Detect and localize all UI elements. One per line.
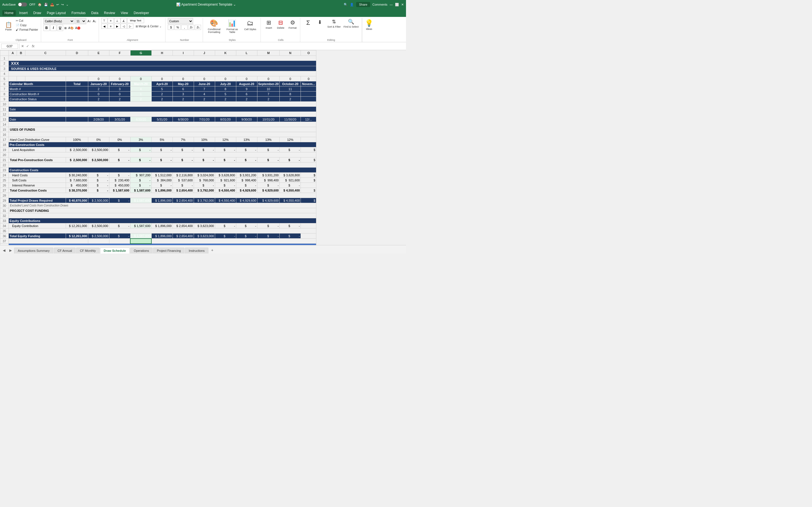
tab-cf-annual[interactable]: CF Annual <box>54 247 75 253</box>
search-icon[interactable]: 🔍 <box>344 3 348 6</box>
ideas-button[interactable]: 💡 Ideas <box>362 18 375 42</box>
col-header-K[interactable]: K <box>215 50 236 56</box>
autosave-toggle[interactable] <box>18 3 27 6</box>
tab-project-financing[interactable]: Project Financing <box>153 247 185 253</box>
col-header-O[interactable]: O <box>301 50 316 56</box>
merge-dropdown-icon[interactable]: ⌄ <box>159 25 161 28</box>
share-icon2[interactable]: 📤 <box>50 3 54 6</box>
col-header-C[interactable]: C <box>25 50 66 56</box>
add-sheet-button[interactable]: + <box>209 247 216 253</box>
col-header-I[interactable]: I <box>172 50 194 56</box>
redo-icon[interactable]: ↪ <box>61 3 64 6</box>
tab-assumptions-summary[interactable]: Assumptions Summary <box>14 247 53 253</box>
tab-nav-left[interactable]: ◀ <box>1 247 7 253</box>
insert-button[interactable]: ⊞ Insert <box>263 18 274 31</box>
font-color-icon[interactable]: A🔴 <box>75 26 81 30</box>
undo-icon[interactable]: ↩ <box>56 3 59 6</box>
title-dropdown[interactable]: ⌄ <box>233 3 236 6</box>
align-top-icon[interactable]: ⊤ <box>101 18 107 23</box>
menu-data[interactable]: Data <box>89 10 100 16</box>
home-icon[interactable]: 🏠 <box>38 3 42 6</box>
formula-confirm-icon[interactable]: ✓ <box>26 44 30 49</box>
table-row: 27 Total Construction Costs $ 38,370,000… <box>0 188 316 193</box>
format-button[interactable]: ⚙ Format <box>287 18 298 31</box>
share-button[interactable]: Share <box>356 2 370 7</box>
menu-draw[interactable]: Draw <box>31 10 43 16</box>
restore-btn[interactable]: ⬜ <box>395 3 399 6</box>
minimize-btn[interactable]: — <box>390 3 393 6</box>
decrease-decimal-icon[interactable]: .0↓ <box>195 25 201 30</box>
fill-color-icon[interactable]: A🎨 <box>68 26 74 30</box>
menu-view[interactable]: View <box>118 10 130 16</box>
copy-button[interactable]: 📄 Copy <box>15 23 39 27</box>
indent-less-icon[interactable]: ◁ <box>121 24 127 29</box>
sort-filter-button[interactable]: ⇅ Sort & Filter <box>326 18 342 29</box>
tab-instructions[interactable]: Instructions <box>185 247 208 253</box>
tab-operations[interactable]: Operations <box>130 247 153 253</box>
currency-icon[interactable]: $ <box>168 25 174 30</box>
format-as-table-button[interactable]: 📊 Format as Table <box>223 18 241 34</box>
grid-container[interactable]: A B C D E F G H I J K L M N O <box>0 50 406 245</box>
menu-developer[interactable]: Developer <box>132 10 151 16</box>
formula-cancel-icon[interactable]: ✕ <box>20 44 24 49</box>
bold-button[interactable]: B <box>43 25 50 31</box>
formula-input[interactable] <box>37 45 405 48</box>
merge-center-button[interactable]: ⊞ Merge & Center ⌄ <box>134 24 164 29</box>
underline-button[interactable]: U <box>57 25 63 31</box>
format-painter-button[interactable]: 🖌 Format Painter <box>15 27 39 32</box>
wrap-text-icon[interactable]: Wrap Text <box>127 18 144 23</box>
font-name-select[interactable]: Calibri (Body) <box>43 18 74 24</box>
cell-reference-input[interactable]: G37 <box>1 44 18 49</box>
paste-button[interactable]: 📋 Paste <box>3 18 14 35</box>
tab-draw-schedule[interactable]: Draw Schedule <box>100 247 130 253</box>
account-icon[interactable]: 👤 <box>350 3 354 6</box>
indent-more-icon[interactable]: ▷ <box>127 24 133 29</box>
align-center-icon[interactable]: ≡ <box>108 24 114 29</box>
col-header-B[interactable]: B <box>17 50 25 56</box>
col-header-E[interactable]: E <box>88 50 109 56</box>
font-size-select[interactable]: 11 <box>75 18 86 24</box>
align-bottom-icon[interactable]: ⊥ <box>114 18 120 23</box>
menu-review[interactable]: Review <box>102 10 117 16</box>
col-header-M[interactable]: M <box>257 50 280 56</box>
comma-icon[interactable]: , <box>181 25 188 30</box>
angle-icon[interactable]: ∡ <box>121 18 127 23</box>
col-header-N[interactable]: N <box>280 50 301 56</box>
col-header-G[interactable]: G <box>130 50 151 56</box>
more-icon[interactable]: ⌄ <box>66 3 68 6</box>
menu-insert[interactable]: Insert <box>17 10 30 16</box>
align-left-icon[interactable]: ◀ <box>101 24 107 29</box>
close-btn[interactable]: ✕ <box>401 3 404 6</box>
col-header-L[interactable]: L <box>236 50 257 56</box>
menu-home[interactable]: Home <box>2 10 16 16</box>
conditional-formatting-button[interactable]: 🎨 Conditional Formatting <box>205 18 223 34</box>
selected-cell-G37[interactable] <box>130 238 151 244</box>
tab-nav-right[interactable]: ▶ <box>8 247 13 253</box>
italic-button[interactable]: I <box>50 25 56 31</box>
increase-font-icon[interactable]: A↑ <box>87 19 92 23</box>
col-header-J[interactable]: J <box>194 50 215 56</box>
menu-formulas[interactable]: Formulas <box>69 10 88 16</box>
align-middle-icon[interactable]: ≡ <box>108 18 114 23</box>
find-select-button[interactable]: 🔍 Find & Select <box>342 18 360 29</box>
comments-button[interactable]: Comments <box>372 3 388 6</box>
col-header-F[interactable]: F <box>109 50 130 56</box>
percent-icon[interactable]: % <box>174 25 181 30</box>
cell-styles-button[interactable]: 🗂 Cell Styles <box>241 18 259 32</box>
col-header-D[interactable]: D <box>66 50 88 56</box>
border-icon[interactable]: ⊞ <box>64 26 67 30</box>
number-format-select[interactable]: Custom <box>168 18 193 24</box>
delete-button[interactable]: ⊟ Delete <box>275 18 286 31</box>
menu-page-layout[interactable]: Page Layout <box>45 10 68 16</box>
col-header-H[interactable]: H <box>151 50 172 56</box>
align-right-icon[interactable]: ▶ <box>114 24 120 29</box>
save-icon[interactable]: 💾 <box>44 3 48 6</box>
sigma-button[interactable]: Σ <box>303 18 314 27</box>
fill-button[interactable]: ⬇ <box>314 18 326 26</box>
col-header-A[interactable]: A <box>9 50 17 56</box>
tab-cf-monthly[interactable]: CF Monthly <box>76 247 99 253</box>
increase-decimal-icon[interactable]: .0↑ <box>188 25 194 30</box>
formula-fx-icon[interactable]: fx <box>32 44 35 48</box>
cut-button[interactable]: ✂ Cut <box>15 18 39 23</box>
decrease-font-icon[interactable]: A↓ <box>92 19 97 23</box>
